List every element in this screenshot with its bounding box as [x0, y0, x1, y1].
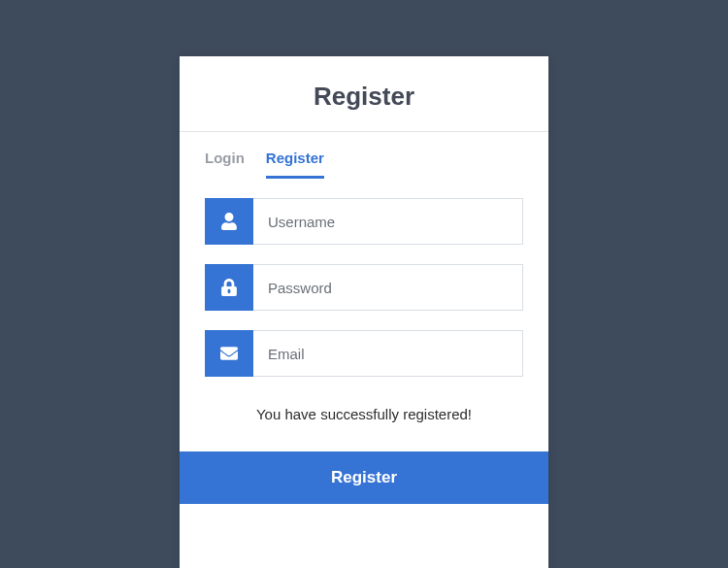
- envelope-icon: [205, 330, 253, 377]
- username-group: [205, 198, 523, 245]
- tab-register[interactable]: Register: [266, 150, 324, 179]
- lock-icon: [205, 264, 253, 311]
- page-background: Register Login Register: [0, 0, 728, 568]
- register-card: Register Login Register: [180, 56, 548, 568]
- status-message: You have successfully registered!: [205, 396, 523, 442]
- user-icon: [205, 198, 253, 245]
- page-title: Register: [180, 82, 548, 112]
- username-input[interactable]: [253, 198, 523, 245]
- email-group: [205, 330, 523, 377]
- tab-login[interactable]: Login: [205, 150, 245, 179]
- password-group: [205, 264, 523, 311]
- password-input[interactable]: [253, 264, 523, 311]
- email-input[interactable]: [253, 330, 523, 377]
- card-header: Register: [180, 56, 548, 132]
- form-body: You have successfully registered!: [180, 179, 548, 451]
- register-button[interactable]: Register: [180, 451, 548, 504]
- tab-bar: Login Register: [180, 132, 548, 179]
